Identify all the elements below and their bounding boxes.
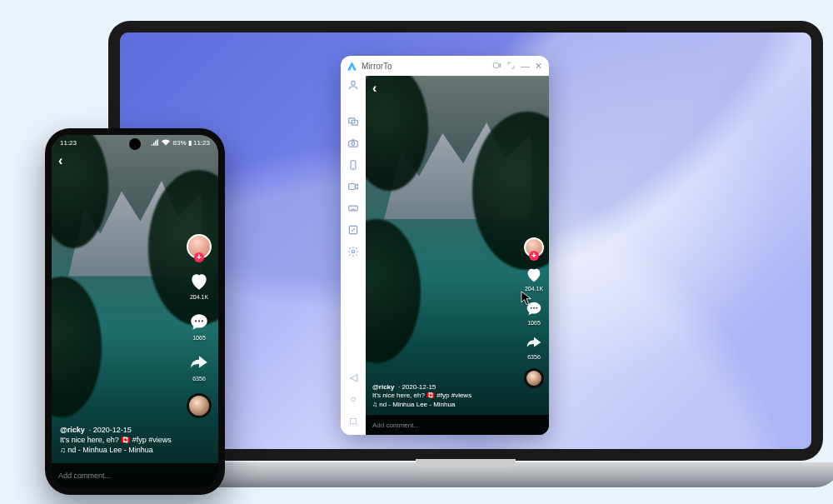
- title-tool-record-icon[interactable]: [492, 61, 501, 72]
- wifi-icon: [162, 139, 170, 146]
- status-time: 11:23: [60, 139, 77, 147]
- like-button[interactable]: 204.1K: [188, 271, 210, 300]
- svg-point-16: [202, 320, 203, 322]
- feed-back-button[interactable]: ‹: [58, 153, 62, 168]
- signal-icon: [151, 139, 158, 146]
- author-avatar[interactable]: [524, 237, 544, 257]
- caption-text: It's nice here, eh? 🇨🇦 #fyp #views: [372, 392, 471, 399]
- window-title: MirrorTo: [362, 62, 392, 71]
- comment-input[interactable]: Add comment...: [366, 415, 549, 435]
- video-feed[interactable]: ‹ 204.1K 1065 6356 @ricky ·: [52, 135, 218, 488]
- feed-action-rail: 204.1K 1065 6356: [187, 234, 212, 418]
- mirrored-screen[interactable]: ‹ 204.1K 1065: [366, 76, 549, 435]
- author-username[interactable]: @ricky: [372, 383, 394, 391]
- svg-rect-8: [349, 206, 358, 211]
- svg-point-10: [352, 250, 355, 253]
- comment-input[interactable]: Add comment...: [52, 463, 218, 488]
- phone-icon[interactable]: [347, 159, 359, 171]
- share-count: 6356: [192, 376, 206, 382]
- like-button[interactable]: 204.1K: [525, 266, 543, 292]
- share-button[interactable]: 6356: [525, 334, 543, 360]
- video-feed[interactable]: ‹ 204.1K 1065: [366, 76, 549, 435]
- mirrorto-window: MirrorTo — ✕: [341, 56, 549, 435]
- phone-notch: [129, 138, 141, 150]
- comment-placeholder: Add comment...: [372, 422, 419, 429]
- svg-rect-0: [493, 62, 498, 67]
- keyboard-icon[interactable]: [347, 202, 359, 214]
- status-icons: 83% ▮ 11:23: [151, 139, 210, 147]
- mouse-cursor-icon: [521, 291, 532, 306]
- author-username[interactable]: @ricky: [60, 426, 85, 434]
- comment-count: 1065: [527, 320, 541, 326]
- video-meta: @ricky · 2020-12-15 It's nice here, eh? …: [372, 383, 471, 410]
- feed-back-button[interactable]: ‹: [372, 81, 377, 96]
- svg-point-5: [352, 142, 355, 146]
- feed-action-rail: 204.1K 1065 6356: [524, 237, 544, 388]
- status-battery: 83% ▮ 11:23: [173, 139, 210, 147]
- sound-label[interactable]: ♫ nd - Minhua Lee - Minhua: [60, 446, 153, 454]
- settings-icon[interactable]: [347, 246, 359, 257]
- sound-label[interactable]: ♫ nd - Minhua Lee - Minhua: [372, 401, 455, 408]
- laptop-hinge: [416, 459, 516, 467]
- like-count: 204.1K: [190, 294, 208, 300]
- title-tool-expand-icon[interactable]: [506, 61, 516, 72]
- video-meta: @ricky · 2020-12-15 It's nice here, eh? …: [60, 425, 172, 455]
- comment-button[interactable]: 1065: [188, 312, 210, 341]
- svg-point-13: [536, 307, 537, 309]
- svg-point-12: [533, 307, 535, 309]
- android-home-button[interactable]: ○: [347, 393, 359, 405]
- android-back-button[interactable]: ◁: [347, 372, 359, 383]
- phone-screen: 11:23 83% ▮ 11:23 ‹ 204.1K 1065: [52, 135, 218, 488]
- close-button[interactable]: ✕: [535, 61, 542, 72]
- comment-count: 1065: [192, 335, 206, 341]
- share-count: 6356: [527, 354, 541, 360]
- screens-icon[interactable]: [347, 116, 359, 127]
- sound-disc[interactable]: [524, 368, 544, 388]
- svg-point-1: [352, 81, 356, 85]
- profile-icon[interactable]: [347, 79, 359, 91]
- post-date: 2020-12-15: [93, 426, 132, 434]
- svg-rect-7: [349, 184, 356, 190]
- resize-icon[interactable]: [347, 224, 359, 236]
- comment-placeholder: Add comment...: [58, 472, 111, 480]
- caption-text: It's nice here, eh? 🇨🇦 #fyp #views: [60, 436, 172, 444]
- post-date: 2020-12-15: [402, 383, 436, 391]
- svg-point-11: [531, 307, 532, 309]
- mirrorto-logo-icon: [347, 62, 357, 71]
- share-button[interactable]: 6356: [188, 352, 210, 382]
- mirrorto-sidebar: ◁ ○ □: [341, 76, 366, 435]
- svg-point-15: [198, 320, 200, 322]
- author-avatar[interactable]: [187, 234, 212, 259]
- camera-icon[interactable]: [347, 137, 359, 149]
- record-icon[interactable]: [347, 181, 359, 192]
- svg-point-14: [195, 320, 197, 322]
- phone-device: 11:23 83% ▮ 11:23 ‹ 204.1K 1065: [45, 128, 225, 495]
- svg-rect-4: [349, 141, 358, 147]
- window-titlebar: MirrorTo — ✕: [341, 56, 549, 76]
- minimize-button[interactable]: —: [521, 61, 530, 71]
- android-recents-button[interactable]: □: [347, 415, 359, 427]
- sound-disc[interactable]: [187, 393, 212, 418]
